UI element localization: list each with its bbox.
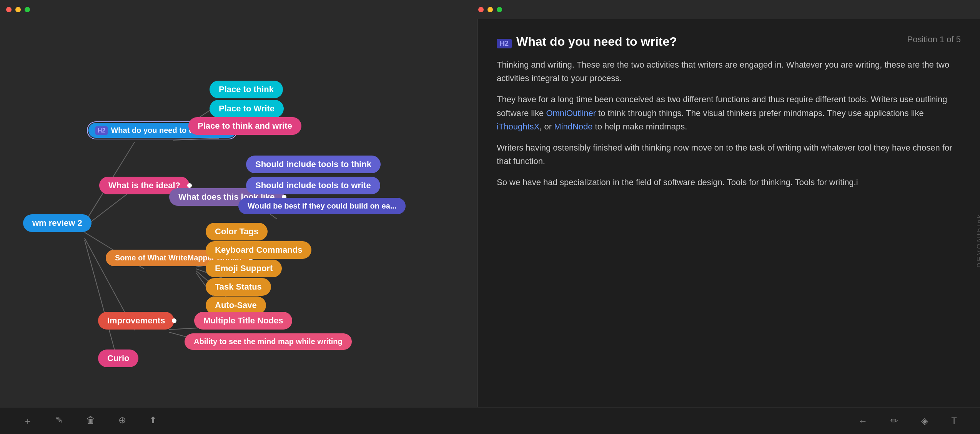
tag-icon[interactable]: ◈ <box>921 416 928 426</box>
link-ithoughtsx[interactable]: iThoughtsX <box>497 122 539 131</box>
position-label: Position 1 of 5 <box>907 35 961 45</box>
title-bar <box>0 0 980 19</box>
node-wm-review-2[interactable]: wm review 2 <box>23 214 92 232</box>
share-icon[interactable]: ⬆ <box>149 415 157 427</box>
pencil-icon[interactable]: ✏ <box>890 416 898 426</box>
add-icon[interactable]: ＋ <box>23 415 32 427</box>
paragraph-3: Writers having ostensibly finished with … <box>497 141 961 168</box>
link-mindnode[interactable]: MindNode <box>554 122 592 131</box>
node-color-tags[interactable]: Color Tags <box>206 223 268 240</box>
mindmap-area[interactable]: wm review 2 H2 What do you need to write… <box>0 19 477 407</box>
panel-header: H2 What do you need to write? Position 1… <box>497 35 961 49</box>
h2-label: H2 <box>497 39 512 48</box>
trash-icon[interactable]: 🗑 <box>86 415 95 427</box>
zoom-icon[interactable]: ⊕ <box>118 415 126 427</box>
h2-badge: H2 <box>95 126 108 135</box>
node-tools-write[interactable]: Should include tools to write <box>246 177 380 194</box>
node-ability-see-mindmap[interactable]: Ability to see the mind map while writin… <box>185 333 352 350</box>
close-icon-2[interactable] <box>478 7 484 12</box>
text-icon[interactable]: T <box>951 416 957 426</box>
min-icon-2[interactable] <box>488 7 493 12</box>
paragraph-2: They have for a long time been conceived… <box>497 93 961 133</box>
panel-body: Thinking and writing. These are the two … <box>497 58 961 189</box>
max-icon-2[interactable] <box>497 7 502 12</box>
node-place-to-write[interactable]: Place to Write <box>210 100 284 118</box>
node-place-to-think[interactable]: Place to think <box>210 81 283 98</box>
node-keyboard-commands[interactable]: Keyboard Commands <box>206 241 311 259</box>
svg-line-3 <box>173 138 219 140</box>
toolbar-right: ← ✏ ◈ T <box>858 416 957 426</box>
bottom-toolbar: ＋ ✎ 🗑 ⊕ ⬆ ← ✏ ◈ T <box>0 407 980 434</box>
node-tools-think[interactable]: Should include tools to think <box>246 156 381 173</box>
minimize-button[interactable] <box>15 7 21 12</box>
node-emoji-support[interactable]: Emoji Support <box>206 260 282 277</box>
text-panel: H2 What do you need to write? Position 1… <box>478 19 980 407</box>
panel-title: What do you need to write? <box>516 35 677 49</box>
back-icon[interactable]: ← <box>858 416 867 426</box>
node-curio[interactable]: Curio <box>98 350 138 367</box>
node-place-think-write[interactable]: Place to think and write <box>188 117 301 135</box>
close-button[interactable] <box>6 7 12 12</box>
node-multiple-title-nodes[interactable]: Multiple Title Nodes <box>194 312 292 330</box>
svg-line-4 <box>85 191 131 227</box>
node-would-best[interactable]: Would be best if they could build on ea.… <box>238 198 406 214</box>
paragraph-4: So we have had specialization in the fie… <box>497 176 961 189</box>
link-omnioutliner[interactable]: OmniOutliner <box>546 108 596 118</box>
node-task-status[interactable]: Task Status <box>206 278 271 296</box>
maximize-button[interactable] <box>25 7 30 12</box>
edit-icon[interactable]: ✎ <box>55 415 63 427</box>
paragraph-1: Thinking and writing. These are the two … <box>497 58 961 85</box>
title-area: H2 What do you need to write? <box>497 35 677 49</box>
node-improvements[interactable]: Improvements <box>98 312 174 330</box>
side-label: DEVONthink <box>976 213 980 268</box>
window-controls <box>6 7 30 12</box>
node-dot-ideal <box>187 183 192 188</box>
main-content: wm review 2 H2 What do you need to write… <box>0 19 980 407</box>
toolbar-left: ＋ ✎ 🗑 ⊕ ⬆ <box>23 415 157 427</box>
